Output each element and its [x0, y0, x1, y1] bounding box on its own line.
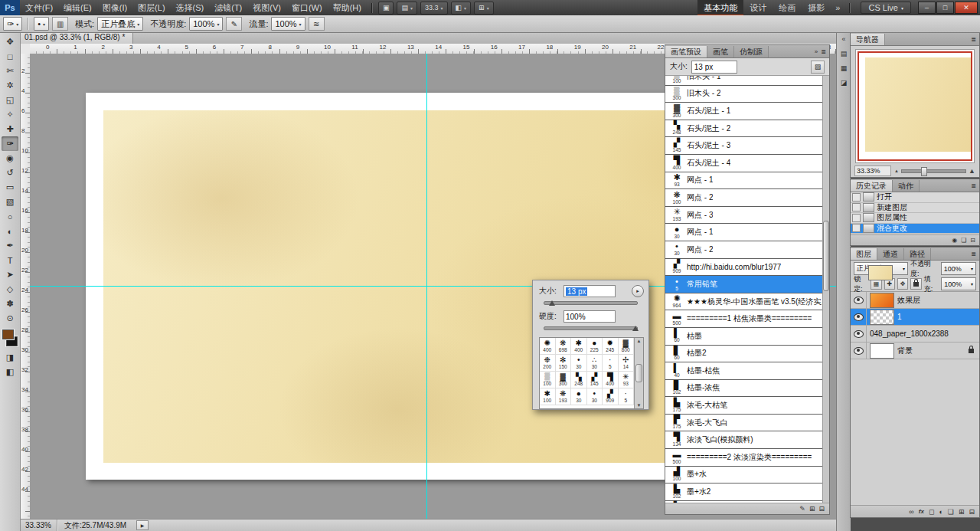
menu-filter[interactable]: 滤镜(T): [209, 0, 247, 16]
brush-preset-cell[interactable]: ▒100: [540, 372, 556, 388]
brush-preset-row[interactable]: ✳193网点 - 3: [665, 207, 823, 225]
close-button[interactable]: ✕: [955, 2, 978, 14]
shape-tool[interactable]: ◇: [2, 282, 18, 297]
hand-tool[interactable]: ✽: [2, 297, 18, 311]
brush-preset-row[interactable]: ▚100墨+水3: [665, 501, 823, 503]
brush-preset-row[interactable]: •30网点 - 2: [665, 241, 823, 259]
brush-preset-cell[interactable]: ∴30: [587, 355, 603, 372]
blend-mode-dropdown[interactable]: 正片叠底▾: [97, 17, 143, 31]
brush-preset-row[interactable]: ●30网点 - 1: [665, 224, 823, 241]
brush-preset-cell[interactable]: ▞145: [587, 372, 603, 388]
brush-preset-row[interactable]: •5常用铅笔: [665, 276, 823, 293]
zoom-level-control[interactable]: 33.3▾: [420, 2, 448, 15]
airbrush-button[interactable]: ≋: [309, 17, 325, 31]
quick-mask-button[interactable]: ◨: [2, 350, 18, 365]
dock-panel-icon-a[interactable]: ▤: [838, 48, 849, 59]
clone-stamp-tool[interactable]: ◉: [2, 151, 18, 166]
lock-position-icon[interactable]: ✥: [897, 278, 908, 290]
document-tab[interactable]: 01.psd @ 33.3% (1, RGB/8) *: [20, 32, 133, 44]
brush-preset-cell[interactable]: ✺400: [540, 338, 556, 355]
brush-preset-cell[interactable]: ●225: [587, 338, 603, 355]
adjustment-layer-icon[interactable]: ◐: [939, 508, 942, 516]
tool-preset-picker[interactable]: ✑▾: [3, 17, 22, 31]
brush-preset-row[interactable]: ❋100网点 - 2: [665, 189, 823, 207]
screen-mode-button[interactable]: ◧▾: [451, 2, 472, 15]
size-input[interactable]: 13 px: [564, 285, 616, 297]
delete-brush-icon[interactable]: ⊟: [818, 505, 825, 513]
brush-preset-cell[interactable]: ✹245: [603, 338, 619, 355]
status-zoom-field[interactable]: 33.33%: [20, 520, 57, 531]
layer-row-layer-1[interactable]: 1: [851, 309, 979, 326]
brush-preset-cell[interactable]: •30: [571, 355, 587, 372]
brush-preset-cell[interactable]: ✻150: [556, 355, 572, 372]
layer-row-effects-layer[interactable]: 效果层: [851, 292, 979, 309]
brush-preset-row[interactable]: ▜400石头/泥土 - 4: [665, 155, 823, 172]
scroll-down-icon[interactable]: ▼: [637, 403, 642, 408]
arrange-documents-button[interactable]: ⊞▾: [474, 2, 494, 15]
menu-file[interactable]: 文件(F): [20, 0, 58, 16]
delete-state-icon[interactable]: ⊟: [970, 237, 975, 244]
brush-preset-cell[interactable]: •30: [587, 388, 603, 405]
menu-select[interactable]: 选择(S): [171, 0, 210, 16]
create-snapshot-icon[interactable]: ◉: [952, 237, 957, 244]
brush-preset-cell[interactable]: ▜400: [603, 372, 619, 388]
brush-preset-row[interactable]: ▞909http://hi.baidu.com/blur1977: [665, 259, 823, 277]
crop-tool[interactable]: ◱: [2, 93, 18, 107]
workspace-essentials[interactable]: 基本功能: [697, 0, 743, 16]
layer-fill-dropdown[interactable]: 100%▾: [941, 277, 976, 290]
hardness-input[interactable]: 100%: [564, 310, 616, 323]
brush-preset-cell[interactable]: ❋698: [556, 338, 572, 355]
collapse-panel-icon[interactable]: »: [815, 48, 818, 55]
menu-view[interactable]: 视图(V): [247, 0, 286, 16]
launch-bridge-button[interactable]: ▣: [378, 2, 394, 15]
layer-row-background-layer[interactable]: 背景: [851, 343, 979, 359]
brush-preset-row[interactable]: ▙102墨+水2: [665, 483, 823, 501]
brush-preset-cell[interactable]: ❋193: [556, 388, 572, 405]
brush-preset-row[interactable]: ▓300石头/泥土 - 1: [665, 103, 823, 120]
tab-layers[interactable]: 图层: [851, 248, 877, 260]
tab-clone-source[interactable]: 仿制源: [734, 46, 769, 57]
popup-scrollbar[interactable]: ▲ ▼: [634, 338, 643, 408]
vertical-ruler[interactable]: 2468101214161820222426283032343638404244: [20, 54, 31, 520]
expand-dock-icon[interactable]: «: [838, 34, 849, 44]
eyedropper-tool[interactable]: ✧: [2, 107, 18, 122]
menu-image[interactable]: 图像(I): [97, 0, 132, 16]
panel-menu-icon[interactable]: ≣: [971, 182, 976, 189]
delete-layer-icon[interactable]: ⊟: [969, 508, 975, 516]
hardness-slider[interactable]: [544, 324, 638, 331]
menu-edit[interactable]: 编辑(E): [58, 0, 97, 16]
brush-preset-row[interactable]: ▌60枯墨: [665, 328, 823, 346]
layer-style-icon[interactable]: fx: [919, 508, 924, 515]
navigator-thumbnail[interactable]: [855, 49, 975, 163]
brush-list-scrollbar[interactable]: [822, 76, 829, 503]
brush-preset-row[interactable]: ▟100墨+水: [665, 467, 823, 484]
path-selection-tool[interactable]: ➤: [2, 267, 18, 282]
cs-live-button[interactable]: CS Live▾: [861, 2, 911, 14]
link-layers-icon[interactable]: ∞: [909, 508, 913, 516]
visibility-toggle[interactable]: [851, 309, 867, 325]
tab-brush[interactable]: 画笔: [707, 46, 734, 57]
brush-preset-cell[interactable]: ✢14: [619, 355, 635, 372]
history-step-open[interactable]: 打开: [851, 192, 979, 203]
menu-help[interactable]: 帮助(H): [328, 0, 367, 16]
brush-preset-row[interactable]: ▬500=========1 枯焦浓墨类=========: [665, 310, 823, 328]
brush-preset-row[interactable]: ▒100旧木头 - 1: [665, 76, 823, 86]
brush-preset-cell[interactable]: ·5: [603, 355, 619, 372]
brush-preset-cell[interactable]: ✱400: [571, 338, 587, 355]
navigator-zoom-field[interactable]: 33.33%: [854, 166, 891, 176]
history-brush-tool[interactable]: ↺: [2, 166, 18, 180]
workspace-photography[interactable]: 摄影: [802, 0, 831, 16]
pen-tool[interactable]: ✒: [2, 238, 18, 253]
brush-preset-cell[interactable]: ▞909: [603, 388, 619, 405]
history-step-blending-change[interactable]: 混合更改: [851, 224, 979, 234]
blur-tool[interactable]: ○: [2, 209, 18, 224]
stroke-preview-icon[interactable]: ✎: [799, 505, 805, 513]
screen-mode-button[interactable]: ◧: [2, 365, 18, 379]
visibility-toggle[interactable]: [851, 343, 867, 359]
navigator-view-box[interactable]: [858, 51, 972, 161]
scroll-up-icon[interactable]: ▲: [637, 339, 642, 343]
healing-brush-tool[interactable]: ✚: [2, 122, 18, 136]
restore-button[interactable]: □: [936, 2, 954, 14]
layer-row-paper-layer[interactable]: 048_paper_1800x2388: [851, 326, 979, 343]
brush-preset-row[interactable]: ▍40枯墨-枯焦: [665, 362, 823, 380]
